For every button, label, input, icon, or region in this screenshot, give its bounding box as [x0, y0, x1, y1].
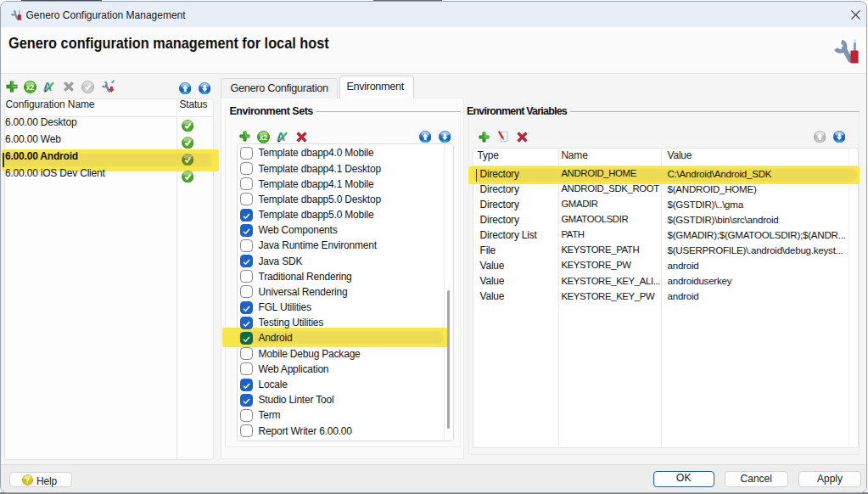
svg-text:?: ?	[25, 475, 29, 484]
svg-text:x2: x2	[260, 133, 268, 141]
svg-text:x2: x2	[26, 84, 35, 92]
